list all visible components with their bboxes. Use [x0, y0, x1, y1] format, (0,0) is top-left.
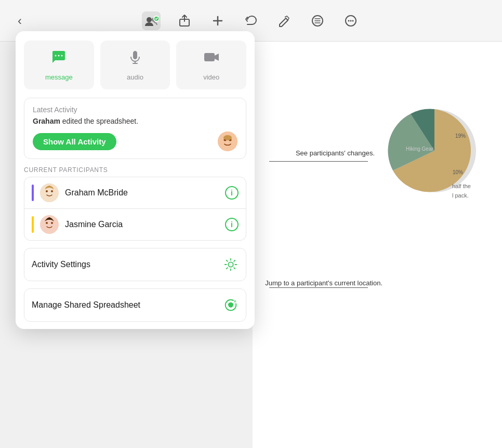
svg-text:10%: 10%: [453, 169, 463, 175]
more-button[interactable]: [341, 11, 360, 30]
svg-point-28: [51, 222, 53, 224]
participant-row-graham: Graham McBride i: [24, 177, 246, 208]
activity-section: Latest Activity Graham edited the spread…: [24, 98, 246, 159]
svg-point-13: [55, 55, 57, 57]
message-label: message: [45, 73, 73, 81]
jasmine-info-button[interactable]: i: [225, 218, 239, 231]
video-label: video: [203, 73, 219, 81]
pie-chart: 19% 10% Hiking Gear: [377, 94, 492, 208]
graham-name: Graham McBride: [65, 188, 219, 197]
manage-spreadsheet-row[interactable]: Manage Shared Spreadsheet: [24, 288, 246, 322]
svg-point-8: [352, 20, 354, 21]
annotation-1: [269, 161, 368, 162]
message-icon: [50, 49, 67, 69]
popup-panel: message audio video: [16, 31, 255, 329]
svg-text:Hiking Gear: Hiking Gear: [406, 146, 433, 152]
video-button[interactable]: video: [176, 41, 246, 89]
spreadsheet-preview: 19% 10% Hiking Gear half thel pack.: [253, 42, 502, 448]
participant-row-jasmine: Jasmine Garcia i: [24, 208, 246, 240]
svg-point-24: [46, 190, 48, 192]
annotation-text-2: Jump to a participant's current location…: [265, 278, 382, 288]
manage-spreadsheet-label: Manage Shared Spreadsheet: [32, 300, 140, 310]
message-button[interactable]: message: [24, 41, 94, 89]
svg-point-19: [218, 131, 237, 151]
svg-point-15: [61, 55, 63, 57]
jasmine-color-bar: [32, 216, 34, 233]
graham-avatar: [40, 183, 59, 202]
svg-point-14: [58, 55, 60, 57]
activity-user-avatar: [218, 131, 237, 151]
markup-button[interactable]: [275, 11, 294, 30]
audio-button[interactable]: audio: [100, 41, 170, 89]
share-button[interactable]: [175, 11, 194, 30]
graham-color-bar: [32, 185, 34, 201]
participants-section: Graham McBride i Jasmine Garcia i: [24, 177, 246, 241]
collaborate-button[interactable]: [142, 11, 161, 30]
svg-rect-18: [204, 53, 215, 61]
svg-point-6: [348, 20, 350, 21]
undo-button[interactable]: [242, 11, 260, 30]
activity-footer: Show All Activity: [33, 131, 237, 151]
svg-point-7: [350, 20, 352, 21]
jasmine-name: Jasmine Garcia: [65, 220, 219, 229]
svg-text:19%: 19%: [455, 133, 466, 139]
svg-point-27: [46, 222, 48, 224]
comm-buttons-row: message audio video: [16, 31, 255, 98]
audio-icon: [127, 49, 143, 69]
manage-spreadsheet-icon: [223, 297, 239, 313]
svg-point-25: [51, 190, 53, 192]
annotation-text-1: See participants' changes.: [296, 148, 375, 159]
back-button[interactable]: ‹: [10, 11, 29, 30]
spreadsheet-text: half thel pack.: [452, 182, 471, 200]
jasmine-avatar: [40, 215, 59, 234]
video-icon: [203, 49, 220, 69]
activity-settings-icon: [223, 257, 239, 272]
activity-settings-label: Activity Settings: [32, 260, 90, 269]
activity-settings-row[interactable]: Activity Settings: [24, 248, 246, 281]
audio-label: audio: [127, 73, 143, 81]
activity-description: edited the spreadsheet.: [60, 117, 138, 125]
activity-author: Graham: [33, 117, 60, 125]
svg-point-2: [154, 16, 158, 21]
activity-text: Graham edited the spreadsheet.: [33, 117, 237, 125]
participants-section-label: CURRENT PARTICIPANTS: [16, 166, 255, 174]
add-button[interactable]: [208, 11, 227, 30]
svg-point-0: [147, 17, 152, 22]
graham-info-button[interactable]: i: [225, 186, 239, 200]
list-button[interactable]: [308, 11, 327, 30]
latest-activity-title: Latest Activity: [33, 106, 237, 114]
show-all-activity-button[interactable]: Show All Activity: [33, 133, 116, 150]
